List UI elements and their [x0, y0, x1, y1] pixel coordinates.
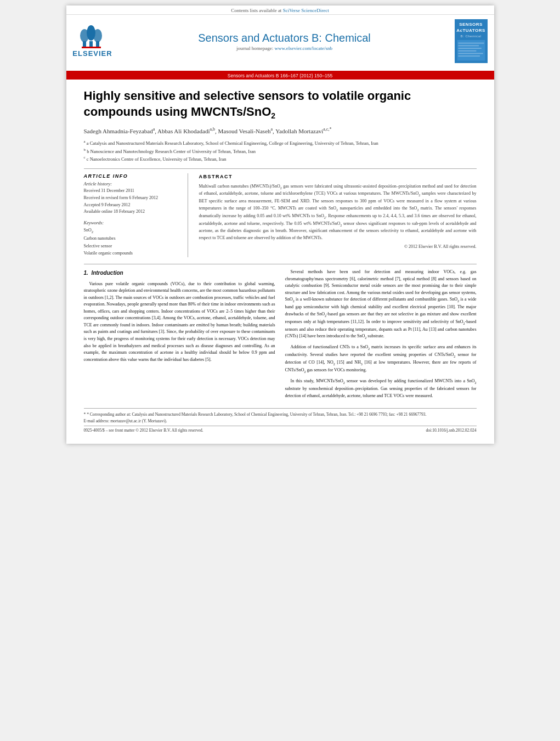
sensors-actuators-text: SENSORSAcTUATORS	[456, 21, 485, 33]
body-section: 1. Introduction Various pure volatile or…	[84, 269, 477, 403]
article-content: Highly sensitive and selective sensors t…	[66, 80, 494, 444]
homepage-url[interactable]: www.elsevier.com/locate/snb	[275, 46, 332, 51]
svg-rect-11	[458, 50, 476, 52]
kw-voc: Volatile organic compounds	[84, 250, 180, 257]
intro-heading: 1. Introduction	[84, 269, 275, 278]
intro-para-2: Several methods have been used for detec…	[285, 269, 477, 341]
body-col-right: Several methods have been used for detec…	[285, 269, 477, 403]
divider-2	[84, 264, 477, 264]
svg-rect-13	[458, 56, 480, 57]
abstract-text: Multiwall carbon nanotubes (MWCNTs)/SnO2…	[199, 183, 477, 242]
svg-rect-10	[458, 48, 481, 49]
elsevier-logo: ELSEVIER	[71, 25, 115, 58]
footnote-star: * * Corresponding author at: Catalysis a…	[84, 411, 477, 424]
authors: Sadegh Ahmadnia-Feyzabada, Abbas Ali Kho…	[84, 126, 477, 135]
keywords-section: Keywords: SnO2 Carbon nanotubes Selectiv…	[84, 220, 180, 257]
history-received: Received 31 December 2011	[84, 188, 180, 195]
svg-point-5	[93, 29, 102, 42]
article-info-heading: ARTICLE INFO	[84, 173, 180, 179]
body-col-left: 1. Introduction Various pure volatile or…	[84, 269, 275, 403]
intro-para-1: Various pure volatile organic compounds …	[84, 281, 275, 364]
journal-homepage: journal homepage: www.elsevier.com/locat…	[115, 46, 455, 51]
copyright: © 2012 Elsevier B.V. All rights reserved…	[199, 244, 477, 250]
elsevier-tree-icon	[77, 25, 108, 49]
elsevier-text: ELSEVIER	[72, 49, 112, 58]
journal-header: Contents lists available at SciVerse Sci…	[66, 5, 494, 72]
page-footer: * * Corresponding author at: Catalysis a…	[84, 408, 477, 433]
svg-rect-12	[458, 53, 483, 54]
history-accepted: Accepted 9 February 2012	[84, 202, 180, 209]
kw-carbon-nanotubes: Carbon nanotubes	[84, 235, 180, 242]
article-title: Highly sensitive and selective sensors t…	[84, 88, 477, 121]
svg-rect-8	[458, 43, 484, 44]
abstract-section: ABSTRACT Multiwall carbon nanotubes (MWC…	[199, 173, 477, 257]
affiliations: a a Catalysis and Nanostructured Materia…	[84, 139, 477, 163]
sciverse-link[interactable]: SciVerse ScienceDirect	[283, 8, 329, 13]
article-info: ARTICLE INFO Article history: Received 3…	[84, 173, 188, 257]
doi-text: doi:10.1016/j.snb.2012.02.024	[426, 428, 477, 433]
history-revised: Received in revised form 6 February 2012	[84, 195, 180, 202]
article-page: Contents lists available at SciVerse Sci…	[66, 5, 494, 444]
footer-bottom: 0925-4005/$ – see front matter © 2012 El…	[84, 426, 477, 433]
intro-para-4: In this study, MWCNTs/SnO2 sensor was de…	[285, 378, 477, 399]
intro-para-3: Addition of functionalized CNTs to a SnO…	[285, 344, 477, 375]
journal-title: Sensors and Actuators B: Chemical	[115, 32, 455, 44]
history-online: Available online 18 February 2012	[84, 208, 180, 216]
journal-banner: ELSEVIER Sensors and Actuators B: Chemic…	[66, 15, 494, 67]
abstract-heading: ABSTRACT	[199, 173, 477, 181]
divider-1	[84, 168, 477, 169]
keywords-label: Keywords:	[84, 220, 180, 225]
sensors-actuators-logo: SENSORSAcTUATORS B: Chemical	[455, 19, 488, 63]
kw-selective-sensor: Selective sensor	[84, 242, 180, 250]
svg-rect-9	[458, 46, 479, 47]
contents-label: Contents lists available at	[231, 8, 281, 13]
logo-image-icon	[456, 40, 486, 61]
info-abstract-section: ARTICLE INFO Article history: Received 3…	[84, 173, 477, 257]
journal-title-block: Sensors and Actuators B: Chemical journa…	[115, 32, 455, 51]
history-label: Article history:	[84, 181, 180, 186]
kw-sno2: SnO2	[84, 227, 180, 235]
svg-rect-6	[82, 47, 101, 48]
sciverse-bar: Contents lists available at SciVerse Sci…	[66, 5, 494, 15]
issn-text: 0925-4005/$ – see front matter © 2012 El…	[84, 428, 203, 433]
volume-line: Sensors and Actuators B 166–167 (2012) 1…	[66, 72, 494, 80]
